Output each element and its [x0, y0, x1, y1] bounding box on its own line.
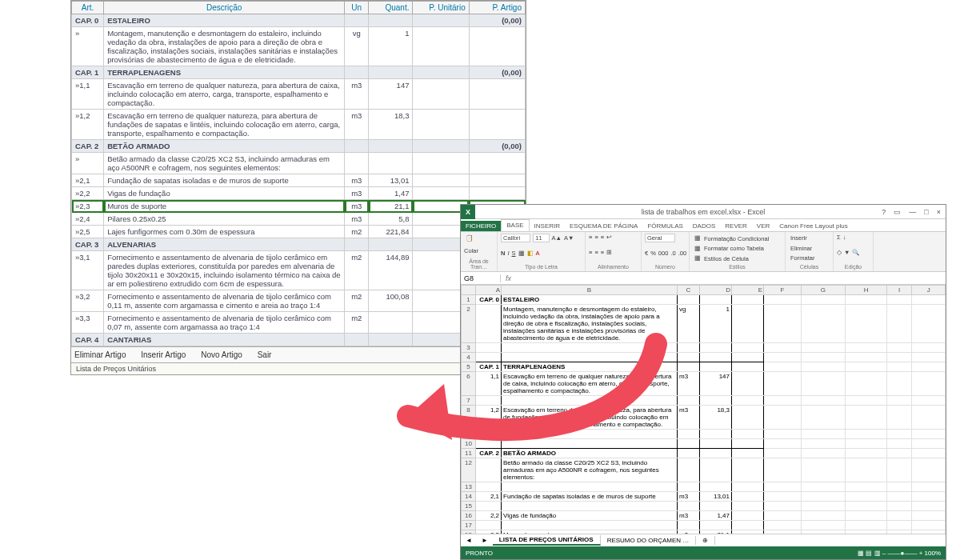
- find-icon[interactable]: 🔍: [852, 249, 859, 256]
- cell[interactable]: [678, 449, 700, 458]
- cell[interactable]: m3: [345, 200, 369, 213]
- cell[interactable]: [912, 502, 946, 511]
- cell[interactable]: »: [72, 153, 104, 174]
- cell[interactable]: »2,5: [72, 226, 104, 238]
- cell[interactable]: [700, 458, 732, 482]
- tab-formulas[interactable]: FÓRMULAS: [642, 221, 687, 231]
- cell[interactable]: [764, 502, 802, 511]
- cell[interactable]: [845, 430, 886, 439]
- comma-icon[interactable]: 000: [658, 250, 669, 257]
- col-header-f[interactable]: F: [764, 286, 802, 295]
- fx-icon[interactable]: fx: [501, 274, 516, 282]
- cell[interactable]: [764, 305, 802, 343]
- table-row[interactable]: »2,2Vigas de fundaçãom31,47: [72, 187, 526, 200]
- cell[interactable]: [476, 430, 502, 439]
- view-normal-icon[interactable]: ▦: [858, 550, 864, 557]
- cell[interactable]: [845, 521, 886, 530]
- cell[interactable]: [801, 295, 845, 305]
- cell[interactable]: 18,3: [700, 406, 732, 430]
- cell[interactable]: [912, 295, 946, 305]
- cell[interactable]: [912, 482, 946, 492]
- cell[interactable]: [732, 295, 764, 305]
- cell[interactable]: ALVENARIAS: [104, 238, 345, 251]
- cell[interactable]: Vigas de fundação: [502, 511, 678, 521]
- cell[interactable]: [413, 79, 469, 110]
- cell[interactable]: [502, 439, 678, 449]
- cell[interactable]: 2,1: [476, 492, 502, 502]
- cell[interactable]: [345, 66, 369, 79]
- cell[interactable]: [801, 502, 845, 511]
- cell[interactable]: 147: [700, 372, 732, 396]
- cell[interactable]: [887, 430, 912, 439]
- row-header[interactable]: 13: [462, 482, 476, 492]
- cell[interactable]: [476, 482, 502, 492]
- cell[interactable]: ESTALEIRO: [104, 14, 345, 27]
- table-row[interactable]: CAP. 1TERRAPLENAGENS(0,00): [72, 66, 526, 79]
- cell[interactable]: »1,2: [72, 110, 104, 140]
- cell[interactable]: [732, 372, 764, 396]
- sheet-nav-prev-icon[interactable]: ◄: [461, 537, 477, 544]
- cell[interactable]: [369, 153, 413, 174]
- cell[interactable]: Muros de suporte: [502, 530, 678, 534]
- cell[interactable]: [469, 153, 525, 174]
- cell[interactable]: [345, 238, 369, 251]
- cell[interactable]: [369, 238, 413, 251]
- cell[interactable]: [801, 353, 845, 362]
- font-name-select[interactable]: Calibri: [501, 234, 530, 242]
- cell[interactable]: [801, 362, 845, 372]
- cell[interactable]: [845, 449, 886, 458]
- cell[interactable]: [732, 458, 764, 482]
- cell[interactable]: [732, 305, 764, 343]
- cell[interactable]: Fornecimento e assentamento de alvenaria…: [104, 290, 345, 312]
- cell[interactable]: [912, 305, 946, 343]
- cell[interactable]: [678, 362, 700, 372]
- delete-article-button[interactable]: Eliminar Artigo: [74, 350, 126, 359]
- cell[interactable]: 21,1: [369, 200, 413, 213]
- delete-cells-button[interactable]: Eliminar: [789, 244, 830, 253]
- cell[interactable]: [413, 110, 469, 140]
- table-row[interactable]: CAP. 2BETÃO ARMADO(0,00): [72, 140, 526, 153]
- cell[interactable]: [502, 343, 678, 353]
- align-top-icon[interactable]: ≡: [589, 234, 592, 241]
- cell[interactable]: [700, 343, 732, 353]
- cell[interactable]: [845, 439, 886, 449]
- zoom-in-icon[interactable]: +: [919, 550, 923, 557]
- cell[interactable]: [801, 396, 845, 406]
- cell[interactable]: [845, 353, 886, 362]
- cell[interactable]: m3: [678, 492, 700, 502]
- cell[interactable]: [845, 511, 886, 521]
- cell[interactable]: [845, 295, 886, 305]
- cell[interactable]: [845, 305, 886, 343]
- cell[interactable]: [764, 295, 802, 305]
- cell[interactable]: [912, 362, 946, 372]
- col-header-punit[interactable]: P. Unitário: [413, 2, 469, 14]
- cell[interactable]: [887, 353, 912, 362]
- cell[interactable]: [476, 502, 502, 511]
- cell[interactable]: Montagem, manutenção e desmontagem do es…: [104, 27, 345, 66]
- row-header[interactable]: 9: [462, 430, 476, 439]
- cell[interactable]: [801, 492, 845, 502]
- cell[interactable]: Fundação de sapatas isoladas e de muros …: [104, 174, 345, 187]
- cell[interactable]: m3: [345, 213, 369, 226]
- cell[interactable]: vg: [345, 27, 369, 66]
- cell[interactable]: 13,01: [700, 492, 732, 502]
- cell[interactable]: »3,1: [72, 251, 104, 290]
- row-header[interactable]: 11: [462, 449, 476, 458]
- cell[interactable]: [764, 362, 802, 372]
- cell[interactable]: [845, 406, 886, 430]
- cell[interactable]: [678, 353, 700, 362]
- cell[interactable]: 1,47: [700, 511, 732, 521]
- cell[interactable]: [700, 295, 732, 305]
- cell[interactable]: [678, 343, 700, 353]
- cell[interactable]: Fornecimento e assentamento de alvenaria…: [104, 251, 345, 290]
- cell[interactable]: m2: [345, 290, 369, 312]
- cell[interactable]: [700, 439, 732, 449]
- row-header[interactable]: 14: [462, 492, 476, 502]
- cell[interactable]: »2,3: [72, 200, 104, 213]
- fill-color-icon[interactable]: ◧: [527, 250, 534, 257]
- new-article-button[interactable]: Novo Artigo: [201, 350, 242, 359]
- cell[interactable]: [732, 521, 764, 530]
- col-header-art[interactable]: Art.: [72, 2, 104, 14]
- col-header-e[interactable]: E: [732, 286, 764, 295]
- cell[interactable]: ESTALEIRO: [502, 295, 678, 305]
